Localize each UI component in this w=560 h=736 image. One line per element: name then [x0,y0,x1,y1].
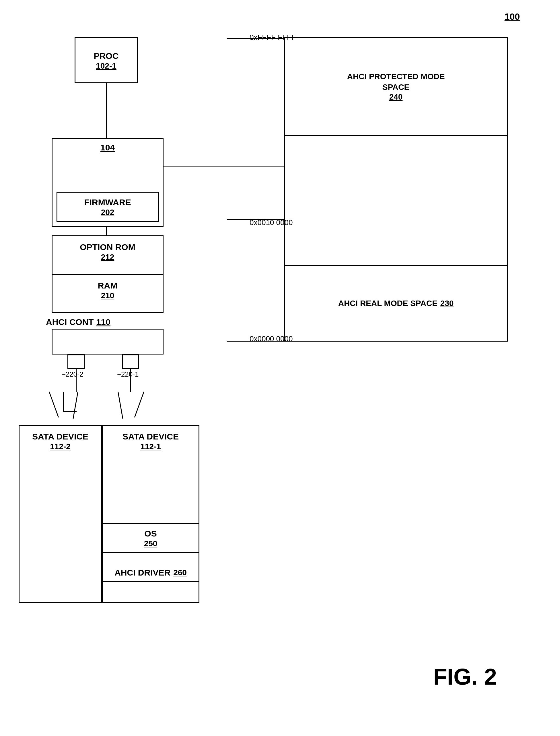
port-220-2-box [67,354,85,369]
protected-label2: SPACE [382,82,409,92]
bot-addr: 0x0000 0000 [250,334,293,343]
diagram-ref: 100 [505,11,520,22]
diag-left-2 [73,392,78,419]
protected-ref: 240 [389,92,403,102]
port2-left-line [63,392,64,412]
ahci-driver-ref: 260 [173,568,187,577]
real-mode-label: AHCI REAL MODE SPACE [338,298,437,308]
sata-device-2-box: SATA DEVICE 112-2 [19,425,102,603]
real-mode-ref: 230 [440,299,454,308]
addr-top-tick [227,38,284,39]
protected-label: AHCI PROTECTED MODE [347,71,445,82]
port-220-1-box [122,354,139,369]
os-box: OS 250 [103,523,199,553]
ahci-driver-box: AHCI DRIVER 260 [103,564,199,582]
port-220-2-label: −220-2 [62,370,83,378]
firmware-inner-box: FIRMWARE 202 [57,192,159,222]
port2-down-line [76,369,77,392]
addr-bot-tick [227,341,284,341]
protected-mode-box: AHCI PROTECTED MODE SPACE 240 [285,38,507,136]
option-rom-ref: 212 [101,252,114,262]
ahci-driver-label: AHCI DRIVER [114,567,170,578]
top-addr: 0xFFFF FFFF [250,33,296,42]
diagram: 100 PROC 102-1 104 FIRMWARE 202 OPTION R… [0,0,560,736]
memory-map-outer: AHCI PROTECTED MODE SPACE 240 AHCI REAL … [284,37,508,341]
ahci-cont-block: OPTION ROM 212 RAM 210 [52,235,164,313]
diag-right-2 [134,392,144,418]
ram-box: RAM 210 [53,275,163,312]
sata-device-1-box: SATA DEVICE 112-1 OS 250 AHCI DRIVER 260 [102,425,199,603]
option-rom-box: OPTION ROM 212 [53,236,163,275]
firmware-ref: 202 [57,208,158,217]
fw-outer-ref: 104 [100,143,115,152]
addr-mid-tick [227,219,284,220]
sata2-ref: 112-2 [50,442,71,451]
ram-label: RAM [98,280,117,291]
sata2-label: SATA DEVICE [32,431,88,442]
proc-box: PROC 102-1 [75,37,138,83]
sata1-label: SATA DEVICE [123,431,179,442]
firmware-label: FIRMWARE [57,197,158,208]
ahci-cont-label-text: AHCI CONT 110 [46,317,110,327]
os-ref: 250 [144,539,157,548]
ram-ref: 210 [101,291,114,300]
firmware-outer-box: 104 FIRMWARE 202 [52,138,164,227]
proc-to-fw-line [106,83,107,138]
real-mode-box: AHCI REAL MODE SPACE 230 [285,266,507,341]
port-220-1-label: −220-1 [117,370,139,378]
proc-ref: 102-1 [96,61,116,71]
ahci-cont-ref: 110 [96,317,110,327]
proc-label: PROC [94,50,119,61]
fw-to-mem-line [164,166,284,167]
diag-right-1 [118,392,123,419]
sata1-ref: 112-1 [140,442,161,451]
diag-left-1 [49,392,59,418]
ahci-cont-box [52,329,164,354]
os-label: OS [144,528,157,539]
fig-label: FIG. 2 [433,664,497,690]
port1-down-line [130,369,131,392]
option-rom-label: OPTION ROM [80,241,135,252]
sata1-bottom-empty [103,582,199,602]
mem-middle-empty [285,136,507,266]
